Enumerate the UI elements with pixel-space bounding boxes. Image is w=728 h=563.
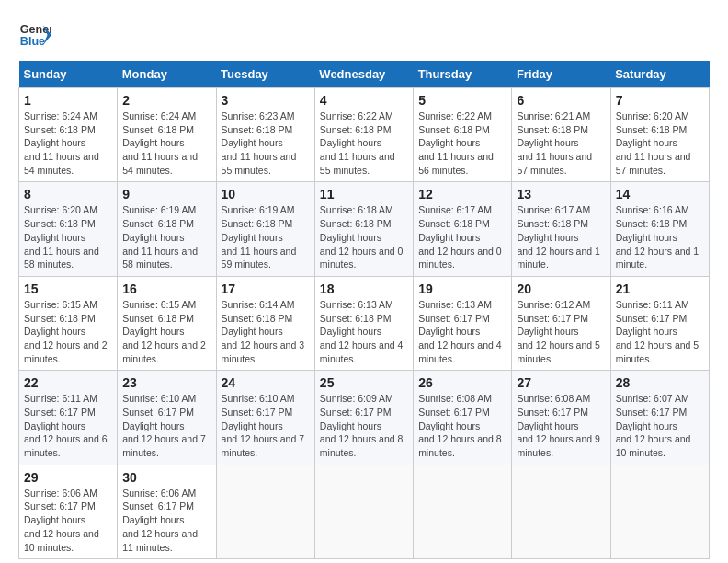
calendar-cell: 5 Sunrise: 6:22 AMSunset: 6:18 PMDayligh… — [414, 88, 512, 182]
calendar-cell: 24 Sunrise: 6:10 AMSunset: 6:17 PMDaylig… — [216, 371, 314, 465]
day-detail: Sunrise: 6:20 AMSunset: 6:18 PMDaylight … — [616, 109, 704, 177]
day-detail: Sunrise: 6:22 AMSunset: 6:18 PMDaylight … — [418, 109, 506, 177]
calendar-cell: 19 Sunrise: 6:13 AMSunset: 6:17 PMDaylig… — [414, 276, 512, 370]
day-number: 17 — [222, 282, 310, 296]
day-detail: Sunrise: 6:15 AMSunset: 6:18 PMDaylight … — [122, 298, 210, 365]
calendar-cell — [216, 465, 314, 558]
day-number: 16 — [122, 282, 210, 296]
calendar-cell: 16 Sunrise: 6:15 AMSunset: 6:18 PMDaylig… — [118, 276, 216, 370]
header-monday: Monday — [118, 61, 216, 88]
day-detail: Sunrise: 6:18 AMSunset: 6:18 PMDaylight … — [320, 203, 408, 270]
calendar-week-3: 22 Sunrise: 6:11 AMSunset: 6:17 PMDaylig… — [19, 371, 710, 465]
day-detail: Sunrise: 6:09 AMSunset: 6:17 PMDaylight … — [320, 392, 408, 459]
day-detail: Sunrise: 6:21 AMSunset: 6:18 PMDaylight … — [517, 109, 605, 177]
day-detail: Sunrise: 6:07 AMSunset: 6:17 PMDaylight … — [616, 392, 704, 459]
day-number: 22 — [24, 375, 112, 390]
calendar-cell: 25 Sunrise: 6:09 AMSunset: 6:17 PMDaylig… — [314, 371, 413, 465]
calendar-cell: 10 Sunrise: 6:19 AMSunset: 6:18 PMDaylig… — [216, 182, 314, 276]
calendar-cell — [314, 465, 413, 558]
day-number: 24 — [222, 375, 310, 390]
day-number: 27 — [517, 375, 605, 390]
calendar-cell: 17 Sunrise: 6:14 AMSunset: 6:18 PMDaylig… — [216, 276, 314, 370]
calendar-week-4: 29 Sunrise: 6:06 AMSunset: 6:17 PMDaylig… — [19, 465, 710, 558]
day-detail: Sunrise: 6:24 AMSunset: 6:18 PMDaylight … — [122, 109, 210, 177]
calendar-body: 1 Sunrise: 6:24 AMSunset: 6:18 PMDayligh… — [19, 88, 710, 559]
day-number: 7 — [616, 93, 704, 108]
day-detail: Sunrise: 6:24 AMSunset: 6:18 PMDaylight … — [24, 109, 112, 177]
calendar-cell — [610, 465, 709, 558]
day-number: 21 — [616, 282, 704, 296]
calendar-cell: 4 Sunrise: 6:22 AMSunset: 6:18 PMDayligh… — [314, 88, 413, 182]
day-detail: Sunrise: 6:13 AMSunset: 6:17 PMDaylight … — [418, 298, 506, 365]
day-detail: Sunrise: 6:06 AMSunset: 6:17 PMDaylight … — [122, 487, 210, 554]
calendar-cell: 21 Sunrise: 6:11 AMSunset: 6:17 PMDaylig… — [610, 276, 709, 370]
day-number: 20 — [517, 282, 605, 296]
calendar-cell: 3 Sunrise: 6:23 AMSunset: 6:18 PMDayligh… — [216, 88, 314, 182]
calendar-cell: 18 Sunrise: 6:13 AMSunset: 6:18 PMDaylig… — [314, 276, 413, 370]
day-number: 8 — [24, 187, 112, 201]
calendar-cell: 28 Sunrise: 6:07 AMSunset: 6:17 PMDaylig… — [610, 371, 709, 465]
day-number: 1 — [24, 93, 112, 108]
day-number: 30 — [122, 470, 210, 485]
day-detail: Sunrise: 6:08 AMSunset: 6:17 PMDaylight … — [418, 392, 506, 459]
day-number: 28 — [616, 375, 704, 390]
day-detail: Sunrise: 6:20 AMSunset: 6:18 PMDaylight … — [24, 203, 112, 270]
day-detail: Sunrise: 6:10 AMSunset: 6:17 PMDaylight … — [122, 392, 210, 459]
day-detail: Sunrise: 6:19 AMSunset: 6:18 PMDaylight … — [222, 203, 310, 270]
calendar-cell: 26 Sunrise: 6:08 AMSunset: 6:17 PMDaylig… — [414, 371, 512, 465]
calendar-week-2: 15 Sunrise: 6:15 AMSunset: 6:18 PMDaylig… — [19, 276, 710, 370]
day-number: 18 — [320, 282, 408, 296]
day-number: 19 — [418, 282, 506, 296]
day-detail: Sunrise: 6:17 AMSunset: 6:18 PMDaylight … — [418, 203, 506, 270]
day-detail: Sunrise: 6:06 AMSunset: 6:17 PMDaylight … — [24, 487, 112, 554]
header-sunday: Sunday — [19, 61, 118, 88]
day-number: 26 — [418, 375, 506, 390]
calendar-cell: 7 Sunrise: 6:20 AMSunset: 6:18 PMDayligh… — [610, 88, 709, 182]
header-wednesday: Wednesday — [314, 61, 413, 88]
day-detail: Sunrise: 6:19 AMSunset: 6:18 PMDaylight … — [122, 203, 210, 270]
day-detail: Sunrise: 6:16 AMSunset: 6:18 PMDaylight … — [616, 203, 704, 270]
day-detail: Sunrise: 6:12 AMSunset: 6:17 PMDaylight … — [517, 298, 605, 365]
day-detail: Sunrise: 6:10 AMSunset: 6:17 PMDaylight … — [222, 392, 310, 459]
calendar-cell: 27 Sunrise: 6:08 AMSunset: 6:17 PMDaylig… — [512, 371, 610, 465]
day-detail: Sunrise: 6:11 AMSunset: 6:17 PMDaylight … — [24, 392, 112, 459]
day-number: 12 — [418, 187, 506, 201]
day-detail: Sunrise: 6:17 AMSunset: 6:18 PMDaylight … — [517, 203, 605, 270]
header-saturday: Saturday — [610, 61, 709, 88]
day-number: 4 — [320, 93, 408, 108]
calendar-cell: 29 Sunrise: 6:06 AMSunset: 6:17 PMDaylig… — [19, 465, 118, 558]
header-thursday: Thursday — [414, 61, 512, 88]
calendar-cell — [512, 465, 610, 558]
day-number: 13 — [517, 187, 605, 201]
calendar-cell — [414, 465, 512, 558]
page-header: General Blue — [18, 18, 710, 52]
calendar-cell: 13 Sunrise: 6:17 AMSunset: 6:18 PMDaylig… — [512, 182, 610, 276]
day-number: 25 — [320, 375, 408, 390]
calendar-cell: 12 Sunrise: 6:17 AMSunset: 6:18 PMDaylig… — [414, 182, 512, 276]
svg-text:Blue: Blue — [20, 35, 45, 48]
day-number: 6 — [517, 93, 605, 108]
day-number: 3 — [222, 93, 310, 108]
calendar-cell: 22 Sunrise: 6:11 AMSunset: 6:17 PMDaylig… — [19, 371, 118, 465]
calendar-table: SundayMondayTuesdayWednesdayThursdayFrid… — [18, 61, 710, 559]
calendar-cell: 30 Sunrise: 6:06 AMSunset: 6:17 PMDaylig… — [118, 465, 216, 558]
day-detail: Sunrise: 6:22 AMSunset: 6:18 PMDaylight … — [320, 109, 408, 177]
day-number: 10 — [222, 187, 310, 201]
calendar-cell: 9 Sunrise: 6:19 AMSunset: 6:18 PMDayligh… — [118, 182, 216, 276]
calendar-week-1: 8 Sunrise: 6:20 AMSunset: 6:18 PMDayligh… — [19, 182, 710, 276]
calendar-cell: 20 Sunrise: 6:12 AMSunset: 6:17 PMDaylig… — [512, 276, 610, 370]
calendar-cell: 23 Sunrise: 6:10 AMSunset: 6:17 PMDaylig… — [118, 371, 216, 465]
calendar-cell: 11 Sunrise: 6:18 AMSunset: 6:18 PMDaylig… — [314, 182, 413, 276]
day-number: 14 — [616, 187, 704, 201]
calendar-cell: 1 Sunrise: 6:24 AMSunset: 6:18 PMDayligh… — [19, 88, 118, 182]
logo: General Blue — [18, 18, 51, 52]
calendar-cell: 8 Sunrise: 6:20 AMSunset: 6:18 PMDayligh… — [19, 182, 118, 276]
day-detail: Sunrise: 6:14 AMSunset: 6:18 PMDaylight … — [222, 298, 310, 365]
day-number: 15 — [24, 282, 112, 296]
calendar-cell: 2 Sunrise: 6:24 AMSunset: 6:18 PMDayligh… — [118, 88, 216, 182]
calendar-cell: 14 Sunrise: 6:16 AMSunset: 6:18 PMDaylig… — [610, 182, 709, 276]
day-number: 2 — [122, 93, 210, 108]
calendar-week-0: 1 Sunrise: 6:24 AMSunset: 6:18 PMDayligh… — [19, 88, 710, 182]
day-detail: Sunrise: 6:11 AMSunset: 6:17 PMDaylight … — [616, 298, 704, 365]
day-detail: Sunrise: 6:08 AMSunset: 6:17 PMDaylight … — [517, 392, 605, 459]
